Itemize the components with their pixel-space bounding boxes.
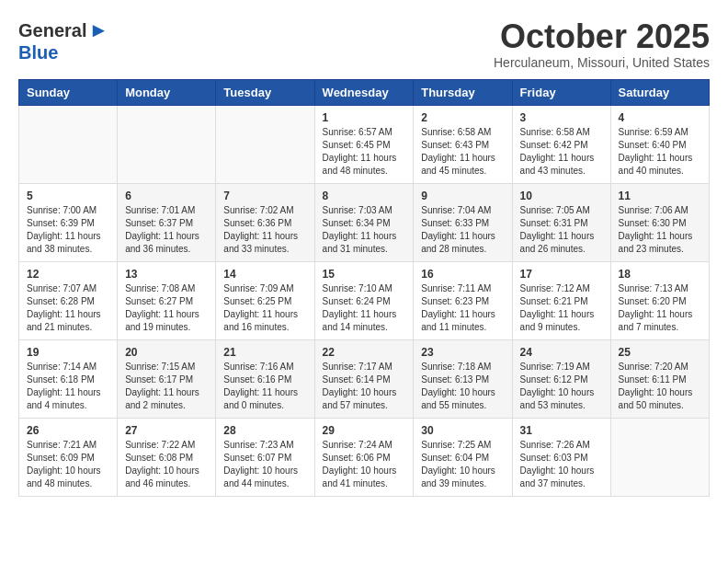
calendar-cell: 23Sunrise: 7:18 AM Sunset: 6:13 PM Dayli… — [414, 339, 512, 418]
logo-general: General — [18, 20, 86, 41]
page-header: General ► Blue October 2025 Herculaneum,… — [18, 18, 710, 70]
weekday-header: Saturday — [610, 79, 709, 105]
location-text: Herculaneum, Missouri, United States — [494, 55, 710, 70]
calendar-cell: 20Sunrise: 7:15 AM Sunset: 6:17 PM Dayli… — [118, 339, 216, 418]
logo-bird-icon: ► — [88, 18, 108, 42]
calendar-cell: 29Sunrise: 7:24 AM Sunset: 6:06 PM Dayli… — [314, 418, 414, 496]
calendar-cell: 22Sunrise: 7:17 AM Sunset: 6:14 PM Dayli… — [314, 339, 414, 418]
day-number: 10 — [520, 190, 603, 202]
day-number: 27 — [125, 424, 208, 437]
day-info: Sunrise: 7:18 AM Sunset: 6:13 PM Dayligh… — [421, 361, 504, 412]
calendar-week-row: 12Sunrise: 7:07 AM Sunset: 6:28 PM Dayli… — [19, 261, 710, 339]
calendar-cell: 24Sunrise: 7:19 AM Sunset: 6:12 PM Dayli… — [512, 339, 610, 418]
day-number: 7 — [223, 190, 306, 202]
calendar-cell: 26Sunrise: 7:21 AM Sunset: 6:09 PM Dayli… — [19, 418, 118, 496]
day-number: 15 — [323, 268, 406, 281]
day-info: Sunrise: 7:03 AM Sunset: 6:34 PM Dayligh… — [323, 204, 406, 256]
day-info: Sunrise: 6:57 AM Sunset: 6:45 PM Dayligh… — [323, 126, 406, 178]
day-number: 21 — [223, 346, 306, 359]
day-number: 8 — [323, 190, 406, 202]
day-number: 26 — [27, 424, 109, 437]
calendar-cell — [216, 105, 314, 183]
calendar-cell: 30Sunrise: 7:25 AM Sunset: 6:04 PM Dayli… — [414, 418, 512, 496]
weekday-header-row: SundayMondayTuesdayWednesdayThursdayFrid… — [19, 79, 710, 105]
calendar-cell: 17Sunrise: 7:12 AM Sunset: 6:21 PM Dayli… — [512, 261, 610, 339]
calendar-cell: 21Sunrise: 7:16 AM Sunset: 6:16 PM Dayli… — [216, 339, 314, 418]
day-info: Sunrise: 6:59 AM Sunset: 6:40 PM Dayligh… — [619, 126, 701, 178]
calendar-cell: 1Sunrise: 6:57 AM Sunset: 6:45 PM Daylig… — [314, 105, 414, 183]
calendar-week-row: 5Sunrise: 7:00 AM Sunset: 6:39 PM Daylig… — [19, 183, 710, 261]
day-info: Sunrise: 7:15 AM Sunset: 6:17 PM Dayligh… — [125, 361, 208, 412]
day-number: 12 — [27, 268, 109, 281]
day-number: 6 — [125, 190, 208, 202]
day-number: 22 — [323, 346, 406, 359]
logo: General ► Blue — [18, 18, 108, 63]
day-info: Sunrise: 7:21 AM Sunset: 6:09 PM Dayligh… — [27, 439, 109, 490]
day-info: Sunrise: 7:25 AM Sunset: 6:04 PM Dayligh… — [421, 439, 504, 490]
day-number: 17 — [520, 268, 603, 281]
day-number: 24 — [520, 346, 603, 359]
day-info: Sunrise: 7:16 AM Sunset: 6:16 PM Dayligh… — [223, 361, 306, 412]
calendar-cell: 6Sunrise: 7:01 AM Sunset: 6:37 PM Daylig… — [118, 183, 216, 261]
day-info: Sunrise: 7:08 AM Sunset: 6:27 PM Dayligh… — [125, 282, 208, 334]
calendar-cell: 11Sunrise: 7:06 AM Sunset: 6:30 PM Dayli… — [610, 183, 709, 261]
day-info: Sunrise: 7:04 AM Sunset: 6:33 PM Dayligh… — [421, 204, 504, 256]
day-info: Sunrise: 7:00 AM Sunset: 6:39 PM Dayligh… — [27, 204, 109, 256]
weekday-header: Monday — [118, 79, 216, 105]
day-number: 13 — [125, 268, 208, 281]
day-number: 2 — [421, 111, 504, 124]
day-info: Sunrise: 7:13 AM Sunset: 6:20 PM Dayligh… — [619, 282, 701, 334]
calendar-cell: 31Sunrise: 7:26 AM Sunset: 6:03 PM Dayli… — [512, 418, 610, 496]
calendar-cell: 13Sunrise: 7:08 AM Sunset: 6:27 PM Dayli… — [118, 261, 216, 339]
calendar-cell: 9Sunrise: 7:04 AM Sunset: 6:33 PM Daylig… — [414, 183, 512, 261]
day-info: Sunrise: 7:17 AM Sunset: 6:14 PM Dayligh… — [323, 361, 406, 412]
weekday-header: Friday — [512, 79, 610, 105]
day-number: 25 — [619, 346, 701, 359]
weekday-header: Wednesday — [314, 79, 414, 105]
day-number: 20 — [125, 346, 208, 359]
calendar-cell: 19Sunrise: 7:14 AM Sunset: 6:18 PM Dayli… — [19, 339, 118, 418]
weekday-header: Thursday — [414, 79, 512, 105]
calendar-cell: 5Sunrise: 7:00 AM Sunset: 6:39 PM Daylig… — [19, 183, 118, 261]
calendar-cell: 18Sunrise: 7:13 AM Sunset: 6:20 PM Dayli… — [610, 261, 709, 339]
day-number: 19 — [27, 346, 109, 359]
day-info: Sunrise: 6:58 AM Sunset: 6:42 PM Dayligh… — [520, 126, 603, 178]
day-info: Sunrise: 7:23 AM Sunset: 6:07 PM Dayligh… — [223, 439, 306, 490]
calendar-cell: 4Sunrise: 6:59 AM Sunset: 6:40 PM Daylig… — [610, 105, 709, 183]
day-info: Sunrise: 7:24 AM Sunset: 6:06 PM Dayligh… — [323, 439, 406, 490]
logo-blue: Blue — [18, 42, 58, 63]
day-info: Sunrise: 7:20 AM Sunset: 6:11 PM Dayligh… — [619, 361, 701, 412]
calendar-cell: 10Sunrise: 7:05 AM Sunset: 6:31 PM Dayli… — [512, 183, 610, 261]
calendar-cell: 7Sunrise: 7:02 AM Sunset: 6:36 PM Daylig… — [216, 183, 314, 261]
calendar-table: SundayMondayTuesdayWednesdayThursdayFrid… — [18, 79, 710, 497]
calendar-cell: 15Sunrise: 7:10 AM Sunset: 6:24 PM Dayli… — [314, 261, 414, 339]
calendar-cell: 14Sunrise: 7:09 AM Sunset: 6:25 PM Dayli… — [216, 261, 314, 339]
day-number: 1 — [323, 111, 406, 124]
day-number: 28 — [223, 424, 306, 437]
calendar-cell: 12Sunrise: 7:07 AM Sunset: 6:28 PM Dayli… — [19, 261, 118, 339]
month-title: October 2025 — [494, 18, 710, 55]
day-number: 3 — [520, 111, 603, 124]
weekday-header: Sunday — [19, 79, 118, 105]
calendar-week-row: 1Sunrise: 6:57 AM Sunset: 6:45 PM Daylig… — [19, 105, 710, 183]
day-number: 23 — [421, 346, 504, 359]
calendar-cell: 3Sunrise: 6:58 AM Sunset: 6:42 PM Daylig… — [512, 105, 610, 183]
day-number: 30 — [421, 424, 504, 437]
title-block: October 2025 Herculaneum, Missouri, Unit… — [494, 18, 710, 70]
calendar-cell: 2Sunrise: 6:58 AM Sunset: 6:43 PM Daylig… — [414, 105, 512, 183]
day-number: 11 — [619, 190, 701, 202]
calendar-cell: 8Sunrise: 7:03 AM Sunset: 6:34 PM Daylig… — [314, 183, 414, 261]
day-number: 18 — [619, 268, 701, 281]
day-info: Sunrise: 7:09 AM Sunset: 6:25 PM Dayligh… — [223, 282, 306, 334]
day-info: Sunrise: 7:14 AM Sunset: 6:18 PM Dayligh… — [27, 361, 109, 412]
day-info: Sunrise: 7:02 AM Sunset: 6:36 PM Dayligh… — [223, 204, 306, 256]
calendar-week-row: 26Sunrise: 7:21 AM Sunset: 6:09 PM Dayli… — [19, 418, 710, 496]
day-info: Sunrise: 7:10 AM Sunset: 6:24 PM Dayligh… — [323, 282, 406, 334]
day-info: Sunrise: 7:22 AM Sunset: 6:08 PM Dayligh… — [125, 439, 208, 490]
calendar-week-row: 19Sunrise: 7:14 AM Sunset: 6:18 PM Dayli… — [19, 339, 710, 418]
day-info: Sunrise: 7:07 AM Sunset: 6:28 PM Dayligh… — [27, 282, 109, 334]
day-info: Sunrise: 7:05 AM Sunset: 6:31 PM Dayligh… — [520, 204, 603, 256]
day-number: 16 — [421, 268, 504, 281]
calendar-cell: 27Sunrise: 7:22 AM Sunset: 6:08 PM Dayli… — [118, 418, 216, 496]
day-number: 4 — [619, 111, 701, 124]
